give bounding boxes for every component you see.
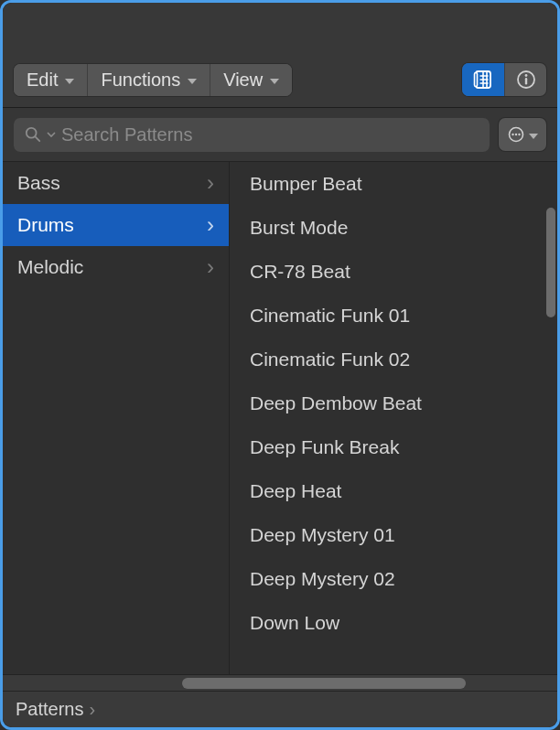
pattern-item[interactable]: Deep Heat xyxy=(230,469,557,513)
chevron-down-icon xyxy=(188,79,197,84)
search-row xyxy=(3,108,557,162)
svg-rect-1 xyxy=(475,73,478,87)
pattern-item[interactable]: Down Low xyxy=(230,601,557,645)
breadcrumb-bar: Patterns › xyxy=(3,691,557,727)
edit-menu[interactable]: Edit xyxy=(14,64,88,96)
svg-point-10 xyxy=(27,128,37,138)
functions-menu[interactable]: Functions xyxy=(88,64,210,96)
menu-group: Edit Functions View xyxy=(14,64,292,96)
edit-menu-label: Edit xyxy=(27,70,58,91)
svg-point-8 xyxy=(524,74,527,77)
search-field[interactable] xyxy=(14,117,490,152)
pattern-item[interactable]: Deep Mystery 02 xyxy=(230,557,557,601)
pattern-item[interactable]: CR-78 Beat xyxy=(230,250,557,294)
category-item[interactable]: Drums› xyxy=(3,204,229,246)
svg-point-15 xyxy=(518,134,520,135)
pattern-item[interactable]: Cinematic Funk 02 xyxy=(230,338,557,381)
info-icon xyxy=(516,70,536,90)
category-label: Bass xyxy=(17,172,60,194)
search-input[interactable] xyxy=(61,124,479,145)
chevron-right-icon: › xyxy=(89,699,95,720)
pattern-column: Bumper BeatBurst ModeCR-78 BeatCinematic… xyxy=(230,162,557,674)
info-button[interactable] xyxy=(504,63,546,96)
grid-view-button[interactable] xyxy=(462,63,504,96)
pattern-item[interactable]: Deep Funk Break xyxy=(230,425,557,469)
svg-point-14 xyxy=(514,134,516,135)
grid-icon xyxy=(473,70,493,90)
horizontal-scroll-thumb[interactable] xyxy=(182,678,466,689)
category-label: Melodic xyxy=(17,256,83,278)
category-item[interactable]: Melodic› xyxy=(3,246,229,288)
chevron-down-icon xyxy=(47,130,56,139)
chevron-down-icon xyxy=(270,79,279,84)
more-options-button[interactable] xyxy=(499,118,546,151)
functions-menu-label: Functions xyxy=(101,70,180,91)
svg-point-13 xyxy=(512,134,513,135)
chevron-right-icon: › xyxy=(207,212,214,238)
pattern-item[interactable]: Deep Dembow Beat xyxy=(230,381,557,425)
pattern-item[interactable]: Bumper Beat xyxy=(230,162,557,206)
chevron-right-icon: › xyxy=(207,170,214,196)
pattern-item[interactable]: Burst Mode xyxy=(230,206,557,250)
pattern-list: Bumper BeatBurst ModeCR-78 BeatCinematic… xyxy=(230,162,557,652)
pattern-browser-window: Edit Functions View xyxy=(3,3,557,727)
view-menu-label: View xyxy=(223,70,263,91)
ellipsis-circle-icon xyxy=(508,126,524,143)
chevron-right-icon: › xyxy=(207,254,214,280)
view-menu[interactable]: View xyxy=(210,64,292,96)
category-item[interactable]: Bass› xyxy=(3,162,229,204)
toolbar-right-group xyxy=(462,63,546,96)
toolbar: Edit Functions View xyxy=(3,58,557,108)
vertical-scrollbar[interactable] xyxy=(546,208,555,317)
search-icon xyxy=(25,126,41,143)
chevron-down-icon xyxy=(65,79,74,84)
titlebar-spacer xyxy=(3,3,557,58)
horizontal-scroll-track[interactable] xyxy=(3,674,557,691)
browser-columns: Bass›Drums›Melodic› Bumper BeatBurst Mod… xyxy=(3,162,557,674)
pattern-item[interactable]: Cinematic Funk 01 xyxy=(230,294,557,338)
category-label: Drums xyxy=(17,214,74,236)
svg-line-11 xyxy=(36,137,40,142)
category-column: Bass›Drums›Melodic› xyxy=(3,162,230,674)
breadcrumb-root[interactable]: Patterns xyxy=(16,699,83,720)
svg-rect-9 xyxy=(524,78,526,85)
chevron-down-icon xyxy=(529,134,538,139)
pattern-item[interactable]: Deep Mystery 01 xyxy=(230,513,557,557)
